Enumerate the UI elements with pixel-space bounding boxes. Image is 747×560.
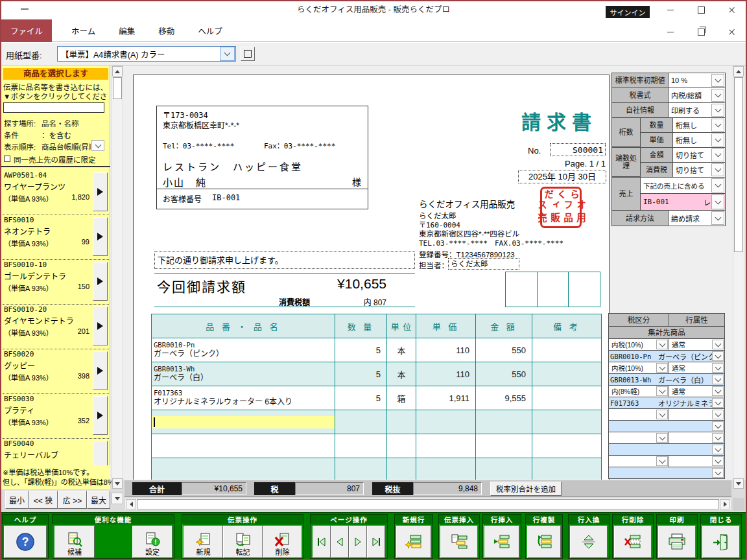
prev-page-button[interactable]: [331, 526, 349, 558]
print-button[interactable]: [658, 526, 696, 558]
dropdown-button[interactable]: [711, 74, 724, 87]
product-insert-button[interactable]: [93, 172, 108, 211]
customer-tel[interactable]: Tel：03-****-****: [163, 140, 234, 150]
item-cell-qty[interactable]: [335, 458, 387, 482]
item-cell-qty[interactable]: [335, 434, 387, 458]
row-copy-button[interactable]: [527, 526, 561, 558]
dropdown-button[interactable]: [711, 178, 724, 192]
customer-person[interactable]: 小山 純: [163, 175, 207, 189]
signin-button[interactable]: サインイン: [606, 6, 650, 18]
item-cell-amount[interactable]: [476, 434, 532, 458]
dropdown-button[interactable]: [712, 363, 724, 373]
row-swap-button[interactable]: [570, 526, 608, 558]
customer-postal[interactable]: 〒173-0034: [163, 109, 208, 120]
item-cell-note[interactable]: [532, 338, 602, 362]
dropdown-button[interactable]: [656, 456, 668, 466]
menu-help[interactable]: ヘルプ: [189, 19, 231, 42]
dropdown-button[interactable]: [711, 194, 724, 209]
item-cell-amount[interactable]: 550: [476, 362, 532, 386]
first-page-button[interactable]: [313, 526, 331, 558]
dropdown-button[interactable]: [712, 375, 724, 384]
seller-rep-field[interactable]: らくだ太郎: [448, 258, 519, 270]
target-product-field[interactable]: [608, 420, 725, 432]
child-restore-button[interactable]: [688, 23, 714, 40]
scroll-up-button[interactable]: [733, 66, 744, 76]
sales-customer-field[interactable]: IB-001レ: [640, 193, 726, 211]
rounding-tax-field[interactable]: 切り捨て: [672, 162, 726, 178]
customer-no[interactable]: IB-001: [212, 193, 240, 202]
tax-type-field[interactable]: 内(8%軽): [608, 385, 669, 397]
dropdown-button[interactable]: [712, 398, 724, 408]
close-form-button[interactable]: [702, 526, 740, 558]
transfer-slip-button[interactable]: 転記: [223, 526, 263, 558]
tax-type-field[interactable]: [608, 455, 669, 467]
item-cell-unit[interactable]: 本: [387, 362, 416, 386]
product-insert-button[interactable]: [93, 396, 108, 435]
company-info-field[interactable]: 印刷する: [668, 102, 726, 118]
active-edit-cell[interactable]: [152, 416, 335, 428]
dropdown-button[interactable]: [712, 410, 724, 419]
greeting-field[interactable]: 下記の通り御請求申し上げます。: [154, 251, 415, 269]
paper-type-dropdown-button[interactable]: [220, 47, 235, 61]
product-list-scrollbar[interactable]: [112, 65, 123, 489]
help-button[interactable]: ?: [4, 526, 47, 558]
item-cell-name[interactable]: F017363 オリジナルミネラルウォーター 6本入り: [152, 386, 335, 410]
item-cell-qty[interactable]: 5: [335, 338, 387, 362]
target-product-field[interactable]: [608, 467, 725, 479]
candidate-button[interactable]: 候補: [54, 526, 95, 558]
invoice-date-field[interactable]: 2025年 10月 30日: [518, 170, 606, 183]
tax-default-field[interactable]: 10 %: [668, 73, 726, 88]
dropdown-button[interactable]: [712, 421, 724, 431]
product-insert-button[interactable]: [93, 441, 108, 467]
scrollbar-thumb[interactable]: [734, 77, 743, 252]
scroll-right-button[interactable]: [720, 499, 730, 509]
item-cell-unit[interactable]: [387, 434, 416, 458]
dropdown-button[interactable]: [712, 340, 724, 349]
main-vertical-scrollbar[interactable]: [733, 65, 744, 489]
dropdown-button[interactable]: [712, 445, 724, 454]
customer-address[interactable]: 東京都板橋区幸町*-*-*: [163, 119, 239, 130]
scrollbar-thumb[interactable]: [137, 499, 719, 509]
item-cell-note[interactable]: [532, 362, 602, 386]
child-close-button[interactable]: [718, 23, 744, 40]
dropdown-button[interactable]: [711, 211, 724, 225]
row-attr-field[interactable]: [669, 432, 725, 444]
item-cell-amount[interactable]: 9,555: [476, 386, 532, 410]
dropdown-button[interactable]: [711, 163, 724, 176]
tax-type-field[interactable]: 内税(10%): [608, 362, 669, 374]
invoice-no-field[interactable]: S00001: [550, 143, 606, 156]
menu-file[interactable]: ファイル: [1, 19, 52, 42]
tax-type-field[interactable]: [608, 408, 669, 421]
row-attr-field[interactable]: 通常: [669, 385, 725, 397]
child-minimize-button[interactable]: [658, 23, 683, 40]
customer-company[interactable]: レストラン ハッピー食堂: [163, 159, 303, 173]
item-cell-note[interactable]: [532, 458, 602, 482]
product-insert-button[interactable]: [93, 307, 108, 345]
list-min-button[interactable]: 最小: [5, 491, 29, 509]
dropdown-button[interactable]: [656, 433, 668, 443]
item-cell-qty[interactable]: 5: [335, 386, 387, 410]
dropdown-button[interactable]: [712, 433, 724, 443]
digits-qty-field[interactable]: 桁無し: [672, 117, 726, 133]
item-cell-amount[interactable]: 550: [476, 338, 532, 362]
scroll-down-button[interactable]: [733, 478, 744, 489]
product-insert-button[interactable]: [93, 351, 108, 390]
dropdown-button[interactable]: [712, 386, 724, 396]
item-cell-unit[interactable]: 本: [387, 338, 416, 362]
dropdown-button[interactable]: [712, 456, 724, 466]
row-insert-button[interactable]: [484, 526, 519, 558]
close-button[interactable]: [718, 1, 744, 18]
item-cell-amount[interactable]: [476, 458, 532, 482]
scroll-down-button[interactable]: [112, 478, 123, 489]
dropdown-button[interactable]: [711, 134, 724, 146]
target-product-field[interactable]: GBR0013-Whガーベラ（白）: [608, 373, 725, 386]
paper-type-combobox[interactable]: 【単票】A4請求書(A) カラー: [57, 46, 236, 62]
item-cell-qty[interactable]: 5: [335, 362, 387, 386]
item-cell-amount[interactable]: [476, 410, 532, 434]
billing-method-field[interactable]: 締め請求: [668, 210, 726, 226]
item-cell-name[interactable]: GBR0013-Wh ガーベラ（白）: [152, 362, 335, 386]
product-insert-button[interactable]: [93, 217, 108, 256]
row-attr-field[interactable]: [669, 455, 725, 467]
item-cell-unit[interactable]: [387, 410, 416, 434]
item-cell-unit[interactable]: 箱: [387, 386, 416, 410]
